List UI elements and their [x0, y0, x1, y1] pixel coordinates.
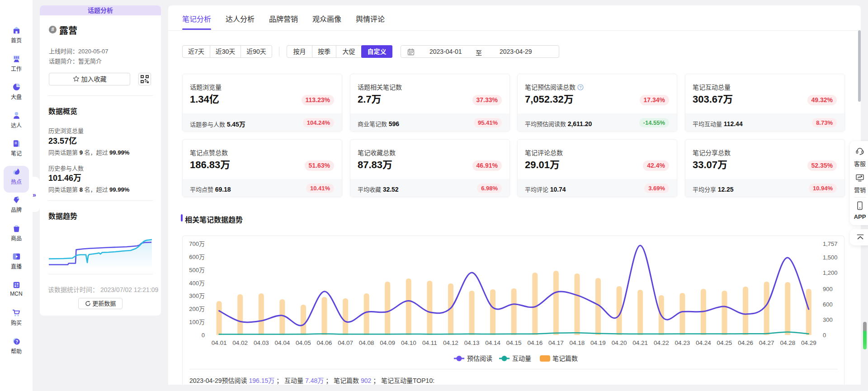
svg-text:04.05: 04.05	[296, 339, 311, 346]
svg-text:04.10: 04.10	[401, 339, 416, 346]
svg-text:04.15: 04.15	[506, 339, 522, 346]
svg-text:?: ?	[15, 339, 18, 344]
svg-text:200万: 200万	[189, 306, 205, 312]
svg-text:04.02: 04.02	[232, 339, 248, 346]
svg-text:04.27: 04.27	[759, 339, 774, 346]
svg-text:04.12: 04.12	[443, 339, 458, 346]
svg-text:04.13: 04.13	[464, 339, 480, 346]
svg-text:600: 600	[823, 301, 833, 308]
svg-text:04.29: 04.29	[801, 339, 816, 346]
svg-text:04.11: 04.11	[422, 339, 437, 346]
svg-text:500万: 500万	[189, 267, 205, 273]
svg-text:04.09: 04.09	[380, 339, 395, 346]
svg-text:1,500: 1,500	[823, 254, 838, 261]
svg-text:600万: 600万	[189, 254, 205, 260]
svg-text:04.14: 04.14	[485, 339, 500, 346]
svg-text:700万: 700万	[189, 240, 205, 247]
svg-text:互动量: 互动量	[512, 355, 531, 362]
svg-text:04.01: 04.01	[212, 339, 227, 346]
svg-text:04.16: 04.16	[527, 339, 542, 346]
svg-text:04.21: 04.21	[632, 339, 648, 346]
svg-text:04.23: 04.23	[675, 339, 690, 346]
svg-text:04.18: 04.18	[570, 339, 585, 346]
svg-text:?: ?	[579, 85, 581, 90]
svg-text:1,200: 1,200	[823, 269, 838, 276]
svg-text:笔记篇数: 笔记篇数	[552, 355, 578, 362]
svg-text:300万: 300万	[189, 292, 205, 299]
svg-text:04.28: 04.28	[780, 339, 795, 346]
svg-text:04.20: 04.20	[612, 339, 627, 346]
svg-text:0: 0	[823, 332, 826, 339]
svg-text:04.07: 04.07	[338, 339, 353, 346]
svg-text:预估阅读: 预估阅读	[467, 355, 492, 362]
svg-text:04.06: 04.06	[317, 339, 332, 346]
svg-text:04.19: 04.19	[590, 339, 606, 346]
svg-text:04.03: 04.03	[254, 339, 269, 346]
svg-text:04.26: 04.26	[738, 339, 753, 346]
svg-text:300: 300	[823, 316, 833, 323]
svg-text:100万: 100万	[189, 319, 205, 325]
svg-text:04.04: 04.04	[274, 339, 290, 346]
svg-text:400万: 400万	[189, 280, 205, 287]
svg-text:04.25: 04.25	[717, 339, 732, 346]
svg-text:04.22: 04.22	[654, 339, 669, 346]
svg-text:04.08: 04.08	[359, 339, 374, 346]
svg-text:04.24: 04.24	[696, 339, 711, 346]
svg-text:900: 900	[823, 286, 833, 292]
svg-text:1,757: 1,757	[823, 240, 838, 247]
svg-text:0: 0	[202, 332, 205, 339]
svg-text:04.17: 04.17	[548, 339, 564, 346]
